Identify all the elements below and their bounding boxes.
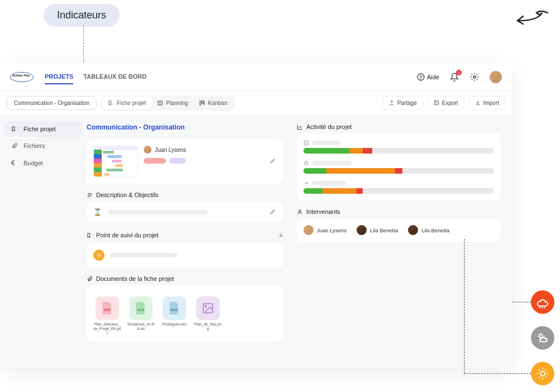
import-button[interactable]: Import — [469, 96, 505, 110]
section-header-description: Description & Objectifs — [87, 192, 283, 198]
export-button[interactable]: Export — [428, 96, 464, 110]
rain-indicator[interactable] — [531, 290, 554, 314]
progress-bar — [303, 188, 494, 194]
action-label: Partage — [397, 100, 417, 106]
share-button[interactable]: Partage — [383, 96, 423, 110]
tag-pill — [144, 158, 166, 164]
project-title: Communication - Organisation — [87, 123, 283, 131]
svg-rect-4 — [200, 101, 201, 104]
view-tabs: Fiche projet Planning Kanban — [101, 95, 234, 111]
image-icon — [196, 297, 220, 320]
document-name: Plan_de_Test.png — [194, 322, 222, 331]
intervenant-item[interactable]: Lila Benetta — [408, 225, 449, 235]
sidenav-item-fiche[interactable]: Fiche projet — [4, 121, 82, 137]
topbar: Bubble Plan PROJETS TABLEAUX DE BORD Aid… — [0, 63, 512, 91]
lock-icon — [303, 160, 309, 166]
project-summary-card: Juan Lysens — [87, 139, 283, 184]
svg-rect-6 — [203, 101, 205, 104]
tab-projets[interactable]: PROJETS — [45, 70, 73, 84]
breadcrumb[interactable]: Communication - Organisation — [7, 96, 97, 110]
svg-point-17 — [299, 209, 301, 212]
svg-point-8 — [435, 102, 435, 102]
sidenav: Fiche projet Fichiers € Budget — [0, 114, 87, 368]
sidenav-label: Fiche projet — [23, 126, 55, 132]
section-title: Point de suivi du projet — [96, 232, 158, 238]
owner-name: Juan Lysens — [155, 147, 186, 153]
logo[interactable]: Bubble Plan — [10, 70, 34, 84]
activity-row — [303, 180, 494, 194]
add-suivi-button[interactable]: + — [279, 231, 283, 240]
action-label: Export — [442, 100, 458, 106]
document-item[interactable]: Plan_de_Test.png — [194, 297, 222, 335]
help-label: Aide — [427, 74, 439, 80]
sidenav-item-fichiers[interactable]: Fichiers — [4, 138, 82, 154]
section-title: Description & Objectifs — [96, 192, 158, 198]
progress-bar — [303, 148, 494, 154]
xls-icon: XLS — [129, 297, 153, 320]
svg-rect-15 — [304, 141, 309, 145]
main-tabs: PROJETS TABLEAUX DE BORD — [45, 70, 146, 84]
document-item[interactable]: PDF Plan_Directeur_de_Projet_RA.pdf — [93, 297, 121, 335]
placeholder-text — [312, 161, 352, 165]
document-name: Tendances_en RA.xls — [127, 322, 155, 331]
section-title: Activité du projet — [306, 123, 352, 130]
view-tab-label: Fiche projet — [117, 100, 146, 106]
doc-icon: DOC — [163, 297, 186, 320]
svg-text:DOC: DOC — [170, 308, 178, 312]
view-tab-fiche[interactable]: Fiche projet — [102, 97, 151, 109]
sidenav-label: Budget — [23, 160, 43, 166]
view-tab-kanban[interactable]: Kanban — [193, 97, 232, 109]
svg-point-1 — [421, 79, 421, 79]
tag-pill — [169, 158, 186, 164]
placeholder-text — [107, 210, 208, 214]
content-area: Fiche projet Fichiers € Budget Communica… — [0, 114, 512, 368]
section-header-documents: Documents de la fiche projet — [87, 275, 283, 282]
settings-button[interactable] — [469, 72, 480, 82]
view-tab-label: Planning — [166, 100, 188, 106]
section-title: Documents de la fiche projet — [96, 275, 174, 282]
intervenant-item[interactable]: Lila Benetta — [357, 225, 398, 235]
svg-text:PDF: PDF — [104, 308, 111, 312]
activity-card — [297, 133, 501, 200]
check-icon — [303, 140, 309, 146]
hourglass-icon: ⌛ — [93, 208, 102, 216]
edit-summary-button[interactable] — [269, 156, 277, 166]
document-item[interactable]: XLS Tendances_en RA.xls — [127, 297, 155, 335]
edit-description-button[interactable] — [269, 207, 277, 217]
view-tab-planning[interactable]: Planning — [151, 97, 193, 109]
notif-badge: 2 — [456, 70, 462, 75]
svg-rect-16 — [305, 163, 308, 165]
view-tab-label: Kanban — [208, 100, 227, 106]
section-header-suivi: Point de suivi du projet + — [87, 231, 283, 240]
annotation-connector — [83, 25, 84, 64]
svg-rect-3 — [158, 101, 163, 104]
activity-row — [303, 160, 494, 174]
section-title: Intervenants — [306, 208, 340, 215]
notifications-button[interactable]: 2 — [449, 72, 459, 82]
action-label: Import — [483, 100, 499, 106]
annotation-pill: Indicateurs — [44, 4, 120, 27]
user-avatar[interactable] — [490, 71, 502, 83]
sidenav-item-budget[interactable]: € Budget — [4, 155, 82, 171]
intervenant-name: Lila Benetta — [370, 227, 398, 233]
cloudy-indicator[interactable] — [531, 326, 554, 350]
help-link[interactable]: Aide — [417, 73, 439, 81]
activity-row — [303, 140, 494, 154]
app-window: Bubble Plan PROJETS TABLEAUX DE BORD Aid… — [0, 63, 512, 368]
documents-card: PDF Plan_Directeur_de_Projet_RA.pdf XLS … — [87, 285, 283, 342]
progress-bar — [303, 168, 494, 174]
toolbar: Communication - Organisation Fiche proje… — [0, 91, 512, 114]
svg-text:XLS: XLS — [137, 308, 144, 312]
intervenant-name: Juan Lysens — [317, 227, 347, 233]
intervenants-card: Juan Lysens Lila Benetta Lila Benetta — [297, 218, 501, 242]
section-header-intervenants: Intervenants — [297, 208, 501, 215]
document-name: Plan_Directeur_de_Projet_RA.pdf — [93, 322, 121, 335]
tab-tableaux[interactable]: TABLEAUX DE BORD — [83, 70, 146, 84]
sunny-indicator[interactable] — [531, 362, 554, 385]
svg-rect-5 — [202, 101, 203, 103]
svg-point-14 — [205, 305, 207, 307]
intervenant-item[interactable]: Juan Lysens — [303, 225, 347, 235]
document-item[interactable]: DOC Prototypes.doc — [160, 297, 188, 335]
pdf-icon: PDF — [96, 297, 119, 320]
svg-point-9 — [98, 254, 100, 256]
